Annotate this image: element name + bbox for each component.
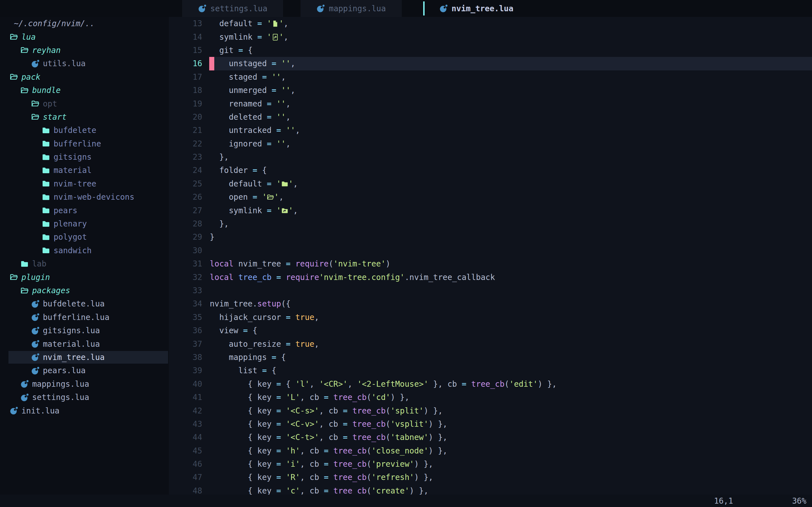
tree-item-packages[interactable]: packages <box>0 284 169 297</box>
code-line-25[interactable]: 25 default = '', <box>169 177 812 190</box>
tree-item-config-nvim[interactable]: ~/.config/nvim/.. <box>0 17 169 30</box>
scroll-percent: 36% <box>792 495 806 507</box>
line-number: 42 <box>169 404 202 417</box>
code-line-17[interactable]: 17 staged = '', <box>169 70 812 83</box>
tree-item-label: bundle <box>32 86 61 95</box>
code-line-26[interactable]: 26 open = '', <box>169 190 812 204</box>
tree-item-plugin[interactable]: plugin <box>0 270 169 284</box>
tree-item-pears-lua[interactable]: pears.lua <box>0 364 169 377</box>
code-line-37[interactable]: 37 auto_resize = true, <box>169 337 812 350</box>
tree-item-label: packages <box>32 286 70 295</box>
code-line-18[interactable]: 18 unmerged = '', <box>169 83 812 97</box>
tree-item-start[interactable]: start <box>0 110 169 124</box>
tree-item-pack[interactable]: pack <box>0 70 169 83</box>
code-line-23[interactable]: 23 }, <box>169 151 812 164</box>
code-line-16[interactable]: 16 unstaged = '', <box>169 57 812 70</box>
tree-item-label: lua <box>21 33 36 42</box>
tree-item-nvim-tree[interactable]: nvim-tree <box>0 177 169 190</box>
code-editor[interactable]: 13 default = '',14 symlink = '',15 git =… <box>169 17 812 507</box>
tree-item-pears[interactable]: pears <box>0 204 169 217</box>
tree-item-gitsigns[interactable]: gitsigns <box>0 151 169 164</box>
code-line-27[interactable]: 27 symlink = '', <box>169 204 812 217</box>
nvim-window: { "tabs": { "items": [ { "label": "setti… <box>0 0 812 507</box>
file-icon <box>271 20 279 27</box>
tab-mappings-lua[interactable]: mappings.lua <box>301 0 402 17</box>
tree-item-bufferline-lua[interactable]: bufferline.lua <box>0 311 169 324</box>
code-line-41[interactable]: 41 { key = 'L', cb = tree_cb('cd') }, <box>169 391 812 404</box>
code-line-15[interactable]: 15 git = { <box>169 44 812 57</box>
code-line-47[interactable]: 47 { key = 'R', cb = tree_cb('refresh') … <box>169 471 812 484</box>
code-line-28[interactable]: 28 }, <box>169 217 812 230</box>
code-line-31[interactable]: 31local nvim_tree = require('nvim-tree') <box>169 257 812 270</box>
tree-item-label: gitsigns.lua <box>43 326 100 335</box>
tree-item-bundle[interactable]: bundle <box>0 83 169 97</box>
tree-item-label: nvim_tree.lua <box>43 353 105 362</box>
tree-item-sandwich[interactable]: sandwich <box>0 244 169 257</box>
tree-item-plenary[interactable]: plenary <box>0 217 169 230</box>
code-line-30[interactable]: 30 <box>169 244 812 257</box>
code-line-19[interactable]: 19 renamed = '', <box>169 97 812 110</box>
code-line-44[interactable]: 44 { key = '<C-t>', cb = tree_cb('tabnew… <box>169 431 812 444</box>
code-text: symlink = '', <box>209 33 289 42</box>
code-line-39[interactable]: 39 list = { <box>169 364 812 377</box>
code-line-38[interactable]: 38 mappings = { <box>169 351 812 364</box>
tab-settings-lua[interactable]: settings.lua <box>182 0 283 17</box>
tree-item-init-lua[interactable]: init.lua <box>0 404 169 417</box>
tree-item-nvim-tree-lua[interactable]: nvim_tree.lua <box>0 351 169 364</box>
tree-item-bufdelete-lua[interactable]: bufdelete.lua <box>0 297 169 311</box>
tree-item-label: bufdelete <box>54 126 96 135</box>
code-line-43[interactable]: 43 { key = '<C-v>', cb = tree_cb('vsplit… <box>169 417 812 431</box>
code-line-42[interactable]: 42 { key = '<C-s>', cb = tree_cb('split'… <box>169 404 812 417</box>
code-line-22[interactable]: 22 ignored = '', <box>169 137 812 151</box>
code-line-34[interactable]: 34nvim_tree.setup({ <box>169 297 812 311</box>
tree-item-material-lua[interactable]: material.lua <box>0 337 169 350</box>
folder-closed-icon <box>42 139 50 148</box>
folder-closed-icon <box>42 126 50 135</box>
tree-item-gitsigns-lua[interactable]: gitsigns.lua <box>0 324 169 337</box>
tree-item-mappings-lua[interactable]: mappings.lua <box>0 378 169 391</box>
code-line-36[interactable]: 36 view = { <box>169 324 812 337</box>
line-number: 18 <box>169 83 202 97</box>
code-line-33[interactable]: 33 <box>169 284 812 297</box>
tree-item-bufferline[interactable]: bufferline <box>0 137 169 151</box>
tree-item-material[interactable]: material <box>0 164 169 177</box>
code-line-46[interactable]: 46 { key = 'i', cb = tree_cb('preview') … <box>169 457 812 471</box>
line-number: 41 <box>169 391 202 404</box>
tree-item-label: pears.lua <box>43 366 86 375</box>
tree-item-nvim-web-devicons[interactable]: nvim-web-devicons <box>0 190 169 204</box>
code-line-40[interactable]: 40 { key = { 'l', '<CR>', '<2-LeftMouse>… <box>169 378 812 391</box>
tree-item-lab[interactable]: lab <box>0 257 169 270</box>
code-line-45[interactable]: 45 { key = 'h', cb = tree_cb('close_node… <box>169 444 812 457</box>
tree-item-opt[interactable]: opt <box>0 97 169 110</box>
code-line-20[interactable]: 20 deleted = '', <box>169 110 812 124</box>
code-text: }, <box>209 219 229 228</box>
folder-open-icon <box>10 33 18 41</box>
tree-item-label: init.lua <box>21 406 59 415</box>
code-line-13[interactable]: 13 default = '', <box>169 17 812 30</box>
tree-item-reyhan[interactable]: reyhan <box>0 44 169 57</box>
file-tree-sidebar[interactable]: ~/.config/nvim/..luareyhanutils.luapackb… <box>0 17 169 495</box>
code-line-35[interactable]: 35 hijack_cursor = true, <box>169 311 812 324</box>
tab-separator <box>423 1 424 15</box>
tree-item-settings-lua[interactable]: settings.lua <box>0 391 169 404</box>
status-line: 16,1 36% <box>0 495 812 507</box>
tree-item-label: mappings.lua <box>32 379 89 389</box>
tree-item-utils-lua[interactable]: utils.lua <box>0 57 169 70</box>
code-line-32[interactable]: 32local tree_cb = require'nvim-tree.conf… <box>169 270 812 284</box>
code-line-14[interactable]: 14 symlink = '', <box>169 30 812 43</box>
folder-open-icon <box>20 46 29 54</box>
tree-item-lua[interactable]: lua <box>0 30 169 43</box>
tab-label: settings.lua <box>210 4 267 13</box>
line-number: 33 <box>169 284 202 297</box>
lua-icon <box>31 327 40 335</box>
code-line-24[interactable]: 24 folder = { <box>169 164 812 177</box>
tree-item-polygot[interactable]: polygot <box>0 230 169 244</box>
line-body: default = '', <box>209 177 812 190</box>
line-body: git = { <box>209 44 812 57</box>
code-line-29[interactable]: 29} <box>169 230 812 244</box>
lua-icon <box>31 300 40 308</box>
line-number: 20 <box>169 110 202 124</box>
code-line-21[interactable]: 21 untracked = '', <box>169 124 812 137</box>
tab-nvim-tree-lua[interactable]: nvim_tree.lua <box>439 0 513 17</box>
tree-item-bufdelete[interactable]: bufdelete <box>0 124 169 137</box>
